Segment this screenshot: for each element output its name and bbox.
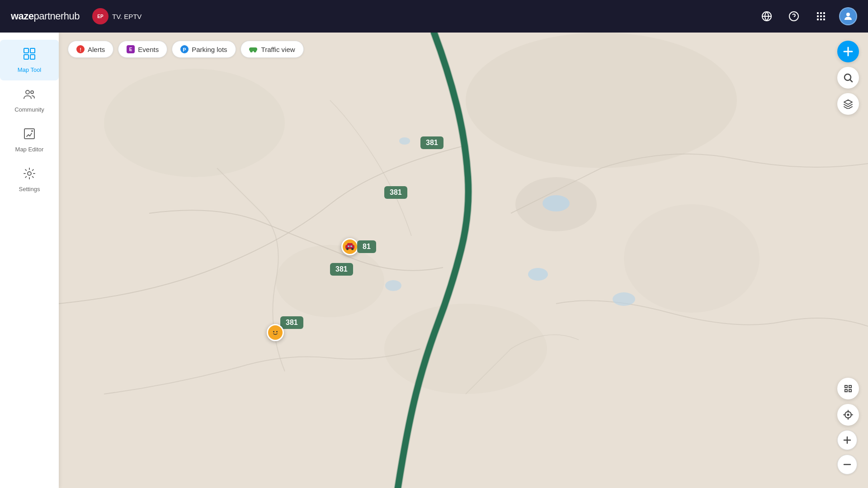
svg-point-22 <box>466 33 737 168</box>
search-button[interactable] <box>837 67 859 89</box>
svg-rect-4 <box>817 15 819 17</box>
sidebar-item-settings[interactable]: Settings <box>0 160 59 200</box>
svg-point-25 <box>276 245 384 317</box>
sidebar: Map Tool Community Map Editor <box>0 33 59 488</box>
svg-rect-3 <box>823 12 825 14</box>
parking-label: Parking lots <box>192 46 227 53</box>
traffic-filter-button[interactable]: Traffic view <box>241 41 304 58</box>
map-tool-icon <box>23 47 36 64</box>
events-filter-button[interactable]: E Events <box>118 41 167 58</box>
alerts-label: Alerts <box>88 46 105 53</box>
svg-rect-6 <box>823 15 825 17</box>
layers-button[interactable] <box>837 93 859 115</box>
svg-text:P: P <box>183 47 186 52</box>
svg-rect-17 <box>24 129 34 139</box>
translate-button[interactable] <box>758 7 776 25</box>
svg-point-19 <box>28 172 31 175</box>
community-icon <box>23 88 36 103</box>
svg-rect-5 <box>820 15 822 17</box>
sidebar-item-settings-label: Settings <box>19 186 40 192</box>
svg-rect-2 <box>820 12 822 14</box>
svg-point-48 <box>276 331 278 333</box>
sidebar-item-map-tool[interactable]: Map Tool <box>0 40 59 80</box>
svg-rect-8 <box>820 19 822 20</box>
partner-name: TV. EPTV <box>112 13 142 20</box>
svg-rect-14 <box>30 55 35 59</box>
sidebar-item-community[interactable]: Community <box>0 80 59 120</box>
road-label-381-top: 381 <box>420 136 443 149</box>
svg-point-42 <box>346 248 349 250</box>
sidebar-item-map-tool-label: Map Tool <box>18 66 42 73</box>
crop-button[interactable] <box>837 378 859 399</box>
map-area[interactable]: ! Alerts E Events P Parking lots Traffic… <box>59 33 868 488</box>
incident-marker-2[interactable] <box>267 324 284 341</box>
svg-point-15 <box>26 90 29 94</box>
svg-rect-7 <box>817 19 819 20</box>
parking-filter-button[interactable]: P Parking lots <box>172 41 236 58</box>
svg-rect-1 <box>817 12 819 14</box>
svg-point-24 <box>624 204 760 313</box>
header-icons <box>758 7 857 25</box>
svg-point-29 <box>613 292 635 306</box>
svg-point-47 <box>273 331 274 333</box>
filter-bar: ! Alerts E Events P Parking lots Traffic… <box>68 41 304 58</box>
avatar-button[interactable] <box>839 7 857 25</box>
road-label-381-incident: 81 <box>357 240 376 253</box>
sidebar-item-map-editor-label: Map Editor <box>15 146 44 153</box>
svg-point-43 <box>351 248 354 250</box>
svg-point-39 <box>250 50 253 52</box>
svg-point-10 <box>846 13 850 16</box>
svg-text:!: ! <box>80 47 81 52</box>
svg-rect-13 <box>24 55 28 59</box>
logo-area: wazepartnerhub EP TV. EPTV <box>11 8 142 24</box>
svg-point-16 <box>31 91 33 94</box>
svg-rect-9 <box>823 19 825 20</box>
svg-point-21 <box>104 69 285 177</box>
svg-rect-12 <box>30 48 35 53</box>
road-label-381-bottom: 381 <box>280 316 303 329</box>
locate-button[interactable] <box>837 404 859 426</box>
waze-logo: wazepartnerhub <box>11 10 80 22</box>
traffic-label: Traffic view <box>261 46 295 53</box>
road-label-381-second: 381 <box>384 186 407 199</box>
add-button[interactable] <box>837 41 859 62</box>
svg-point-31 <box>399 137 410 145</box>
zoom-in-button[interactable] <box>837 430 857 450</box>
svg-rect-45 <box>350 246 352 247</box>
sidebar-item-map-editor[interactable]: Map Editor <box>0 120 59 160</box>
sidebar-item-community-label: Community <box>14 106 44 113</box>
partner-badge: EP TV. EPTV <box>92 8 142 24</box>
svg-point-40 <box>254 50 256 52</box>
svg-point-46 <box>271 328 280 337</box>
help-button[interactable] <box>785 7 803 25</box>
svg-point-18 <box>31 130 33 132</box>
partner-logo: EP <box>92 8 108 24</box>
events-label: Events <box>138 46 159 53</box>
svg-rect-11 <box>24 48 28 53</box>
map-editor-icon <box>23 127 36 143</box>
svg-point-23 <box>384 304 547 394</box>
map-background <box>59 33 868 488</box>
bottom-right-controls <box>837 378 859 474</box>
partner-logo-text: EP <box>97 14 103 19</box>
svg-point-27 <box>542 195 570 211</box>
alerts-filter-button[interactable]: ! Alerts <box>68 41 113 58</box>
settings-icon <box>23 167 36 183</box>
incident-marker-1[interactable] <box>341 238 359 255</box>
apps-button[interactable] <box>812 7 830 25</box>
svg-point-51 <box>847 414 849 416</box>
svg-rect-44 <box>348 246 349 247</box>
road-label-381-third: 381 <box>330 263 353 276</box>
header: wazepartnerhub EP TV. EPTV <box>0 0 868 33</box>
svg-point-28 <box>528 268 548 281</box>
right-controls <box>837 41 859 115</box>
svg-point-30 <box>385 280 401 291</box>
svg-text:E: E <box>129 47 132 52</box>
zoom-out-button[interactable] <box>837 455 857 474</box>
